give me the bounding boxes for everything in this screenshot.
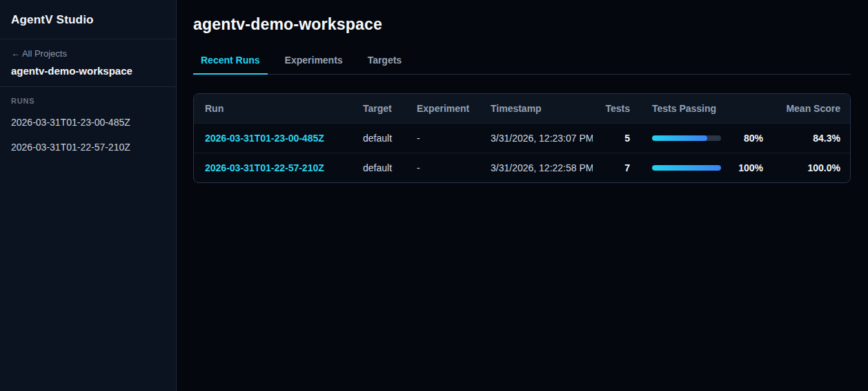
run-cell: 2026-03-31T01-22-57-210Z [194,153,352,183]
runs-section: RUNS 2026-03-31T01-23-00-485Z 2026-03-31… [0,87,176,176]
tab-targets[interactable]: Targets [360,52,410,75]
run-link[interactable]: 2026-03-31T01-23-00-485Z [205,133,324,144]
tab-experiments[interactable]: Experiments [277,52,351,75]
target-cell: default [352,153,406,183]
runs-table: Run Target Experiment Timestamp Tests Te… [193,93,851,183]
tests-count-cell: 5 [593,124,641,153]
column-header-run: Run [194,94,352,124]
runs-section-label: RUNS [11,97,165,105]
sidebar-run-item[interactable]: 2026-03-31T01-23-00-485Z [11,117,165,128]
run-link[interactable]: 2026-03-31T01-22-57-210Z [205,162,324,173]
timestamp-cell: 3/31/2026, 12:23:07 PM [480,124,593,153]
target-cell: default [352,124,406,153]
column-header-timestamp: Timestamp [480,94,593,124]
tests-count-cell: 7 [593,153,641,183]
back-all-projects-link[interactable]: ← All Projects [11,48,165,59]
experiment-cell: - [406,153,480,183]
page-title: agentv-demo-workspace [193,15,851,34]
mean-score-cell: 84.3% [774,124,851,153]
table-header-row: Run Target Experiment Timestamp Tests Te… [194,94,851,124]
tests-passing-percent: 80% [744,133,763,144]
column-header-tests: Tests [593,94,641,124]
table-row: 2026-03-31T01-23-00-485Z default - 3/31/… [194,124,851,153]
tests-passing-progress-bar [652,135,721,141]
timestamp-cell: 3/31/2026, 12:22:58 PM [480,153,593,183]
tests-passing-cell: 100% [641,153,774,183]
sidebar-workspace-name: agentv-demo-workspace [11,65,165,77]
experiment-cell: - [406,124,480,153]
column-header-tests-passing: Tests Passing [641,94,774,124]
sidebar: AgentV Studio ← All Projects agentv-demo… [0,0,177,391]
tests-passing-cell: 80% [641,124,774,153]
tab-recent-runs[interactable]: Recent Runs [193,52,268,75]
project-nav: ← All Projects agentv-demo-workspace [0,39,176,87]
mean-score-cell: 100.0% [774,153,851,183]
sidebar-run-item[interactable]: 2026-03-31T01-22-57-210Z [11,142,165,153]
column-header-experiment: Experiment [406,94,480,124]
run-cell: 2026-03-31T01-23-00-485Z [194,124,352,153]
tests-passing-percent: 100% [738,162,763,173]
app-title: AgentV Studio [0,0,176,39]
tests-passing-progress-bar [652,165,721,171]
main-content: agentv-demo-workspace Recent Runs Experi… [177,0,868,391]
column-header-target: Target [352,94,406,124]
table-row: 2026-03-31T01-22-57-210Z default - 3/31/… [194,153,851,183]
tab-bar: Recent Runs Experiments Targets [193,52,851,75]
column-header-mean-score: Mean Score [774,94,851,124]
